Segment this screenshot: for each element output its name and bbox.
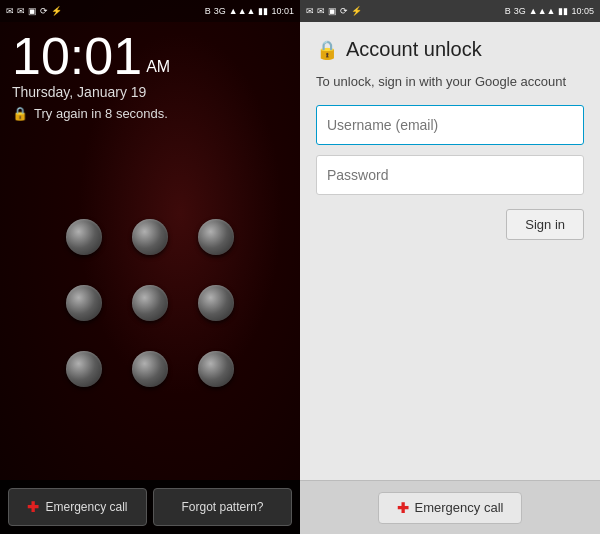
network-icon-right: 3G (514, 6, 526, 16)
signin-label: Sign in (525, 217, 565, 232)
sync-icon-right: ⟳ (340, 6, 348, 16)
dot-7[interactable] (66, 351, 102, 387)
lock-icon-small: 🔒 (12, 106, 28, 121)
bottom-bar-right: ✚ Emergency call (300, 480, 600, 534)
signin-row: Sign in (316, 209, 584, 240)
unlock-title-row: 🔒 Account unlock (316, 38, 584, 61)
calendar-icon-right: ▣ (328, 6, 337, 16)
dot-6[interactable] (198, 285, 234, 321)
unlock-content: 🔒 Account unlock To unlock, sign in with… (300, 22, 600, 480)
status-left-icons: ✉ ✉ ▣ ⟳ ⚡ (6, 6, 62, 16)
calendar-icon: ▣ (28, 6, 37, 16)
clock-time-row: 10:01 AM (12, 30, 288, 82)
username-input[interactable] (316, 105, 584, 145)
mail-icon: ✉ (17, 6, 25, 16)
dot-4[interactable] (66, 285, 102, 321)
clock-date: Thursday, January 19 (12, 84, 288, 100)
battery-icon-left: ▮▮ (258, 6, 268, 16)
status-right-icons-left: ✉ ✉ ▣ ⟳ ⚡ (306, 6, 362, 16)
sync-icon: ⟳ (40, 6, 48, 16)
forgot-pattern-label: Forgot pattern? (181, 500, 263, 514)
bottom-bar-left: ✚ Emergency call Forgot pattern? (0, 480, 300, 534)
dot-5[interactable] (132, 285, 168, 321)
dot-grid[interactable] (46, 199, 254, 407)
emergency-call-button-left[interactable]: ✚ Emergency call (8, 488, 147, 526)
dot-3[interactable] (198, 219, 234, 255)
status-right-icons-right: B 3G ▲▲▲ ▮▮ 10:05 (505, 6, 594, 16)
status-bar-left: ✉ ✉ ▣ ⟳ ⚡ B 3G ▲▲▲ ▮▮ 10:01 (0, 0, 300, 22)
right-phone-screen: ✉ ✉ ▣ ⟳ ⚡ B 3G ▲▲▲ ▮▮ 10:05 🔒 Account un… (300, 0, 600, 534)
emergency-call-button-right[interactable]: ✚ Emergency call (378, 492, 523, 524)
clock-hour: 10:01 (12, 30, 142, 82)
dot-1[interactable] (66, 219, 102, 255)
lock-message-row: 🔒 Try again in 8 seconds. (12, 106, 288, 121)
dot-2[interactable] (132, 219, 168, 255)
battery-low-icon-right: ⚡ (351, 6, 362, 16)
bluetooth-icon-right: B (505, 6, 511, 16)
dot-9[interactable] (198, 351, 234, 387)
signal-icon-right: ▲▲▲ (529, 6, 556, 16)
unlock-title: Account unlock (346, 38, 482, 61)
emergency-cross-icon-right: ✚ (397, 500, 409, 516)
emergency-call-label-left: Emergency call (45, 500, 127, 514)
password-input[interactable] (316, 155, 584, 195)
status-right-info: B 3G ▲▲▲ ▮▮ 10:01 (205, 6, 294, 16)
signal-icon-left: ▲▲▲ (229, 6, 256, 16)
lock-message-text: Try again in 8 seconds. (34, 106, 168, 121)
clock-area: 10:01 AM Thursday, January 19 🔒 Try agai… (0, 22, 300, 125)
status-bar-right: ✉ ✉ ▣ ⟳ ⚡ B 3G ▲▲▲ ▮▮ 10:05 (300, 0, 600, 22)
signin-button[interactable]: Sign in (506, 209, 584, 240)
network-icon-left: 3G (214, 6, 226, 16)
dot-8[interactable] (132, 351, 168, 387)
time-right: 10:05 (571, 6, 594, 16)
time-left: 10:01 (271, 6, 294, 16)
clock-ampm: AM (146, 58, 170, 76)
msg-icon-right: ✉ (306, 6, 314, 16)
mail-icon-right: ✉ (317, 6, 325, 16)
battery-low-icon: ⚡ (51, 6, 62, 16)
pattern-area (0, 125, 300, 480)
msg-icon: ✉ (6, 6, 14, 16)
left-phone-screen: ✉ ✉ ▣ ⟳ ⚡ B 3G ▲▲▲ ▮▮ 10:01 10:01 AM Thu… (0, 0, 300, 534)
forgot-pattern-button[interactable]: Forgot pattern? (153, 488, 292, 526)
unlock-subtitle: To unlock, sign in with your Google acco… (316, 73, 584, 91)
emergency-cross-icon-left: ✚ (27, 499, 39, 515)
lock-icon-large: 🔒 (316, 39, 338, 61)
battery-icon-right: ▮▮ (558, 6, 568, 16)
bluetooth-icon-left: B (205, 6, 211, 16)
emergency-call-label-right: Emergency call (415, 500, 504, 515)
